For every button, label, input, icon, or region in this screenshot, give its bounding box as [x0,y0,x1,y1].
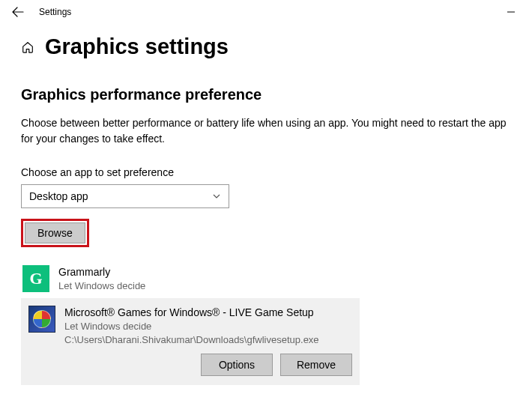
app-text: Microsoft® Games for Windows® - LIVE Gam… [64,306,352,346]
windows-live-icon [28,306,55,333]
app-row-grammarly[interactable]: G Grammarly Let Windows decide [21,259,360,298]
app-row-gfwlive[interactable]: Microsoft® Games for Windows® - LIVE Gam… [21,298,360,354]
window-title: Settings [30,7,71,17]
choose-app-label: Choose an app to set preference [21,166,511,178]
options-button[interactable]: Options [201,354,273,376]
app-name: Microsoft® Games for Windows® - LIVE Gam… [64,306,352,320]
browse-button[interactable]: Browse [25,222,85,243]
section-title: Graphics performance preference [21,86,511,103]
app-preference: Let Windows decide [58,279,352,293]
app-type-select-value: Desktop app [29,190,88,202]
minimize-icon [507,7,516,16]
app-path: C:\Users\Dharani.Shivakumar\Downloads\gf… [64,333,352,347]
app-text: Grammarly Let Windows decide [58,265,352,292]
app-list: G Grammarly Let Windows decide Microsoft… [21,259,360,385]
title-bar: Settings [0,0,532,24]
section-description: Choose between better performance or bat… [21,115,511,147]
grammarly-icon: G [22,265,49,292]
app-type-select[interactable]: Desktop app [21,184,229,208]
browse-highlight: Browse [21,219,89,247]
remove-button[interactable]: Remove [280,354,352,376]
arrow-left-icon [12,6,24,18]
content-area: Graphics settings Graphics performance p… [0,24,532,385]
chevron-down-icon [212,192,221,201]
page-header: Graphics settings [21,34,511,59]
app-name: Grammarly [58,265,352,279]
page-title: Graphics settings [45,34,229,59]
app-row-actions: Options Remove [21,354,360,385]
back-button[interactable] [6,6,30,18]
minimize-button[interactable] [496,7,526,16]
home-icon[interactable] [21,40,34,54]
app-preference: Let Windows decide [64,320,352,333]
